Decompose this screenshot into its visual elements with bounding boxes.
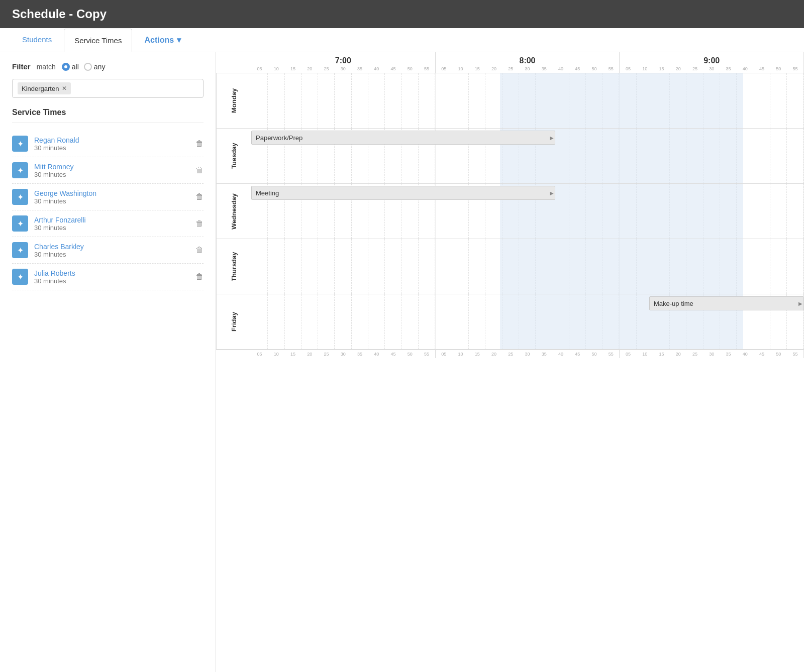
radio-any[interactable]: any bbox=[84, 63, 106, 71]
event-label: Meeting bbox=[256, 189, 279, 197]
delete-button[interactable]: 🗑 bbox=[195, 219, 204, 228]
day-timeline[interactable]: Meeting▶ bbox=[251, 184, 804, 239]
service-duration: 30 minutes bbox=[34, 197, 189, 205]
event-block[interactable]: Paperwork/Prep▶ bbox=[251, 131, 555, 145]
day-timeline[interactable] bbox=[251, 73, 804, 128]
tabs-bar: Students Service Times Actions ▾ bbox=[0, 28, 804, 52]
minute-tick: 35 bbox=[720, 66, 737, 73]
bottom-minute-tick: 10 bbox=[637, 350, 653, 358]
minute-tick: 40 bbox=[737, 66, 753, 73]
bottom-minute-tick: 55 bbox=[419, 350, 435, 358]
event-block[interactable]: Make-up time▶ bbox=[649, 296, 804, 310]
bottom-minute-tick: 35 bbox=[536, 350, 552, 358]
service-item: ✦ George Washington 30 minutes 🗑 bbox=[12, 184, 204, 210]
service-info: Arthur Fonzarelli 30 minutes bbox=[34, 216, 189, 232]
minute-tick: 45 bbox=[569, 66, 586, 73]
bottom-minute-tick: 10 bbox=[452, 350, 469, 358]
minute-tick: 10 bbox=[452, 66, 469, 73]
service-duration: 30 minutes bbox=[34, 171, 189, 178]
filter-tag-kindergarten: Kindergarten ✕ bbox=[18, 82, 71, 94]
minute-tick: 25 bbox=[686, 66, 703, 73]
drag-handle[interactable]: ✦ bbox=[12, 162, 28, 178]
service-duration: 30 minutes bbox=[34, 251, 189, 258]
bottom-minute-tick: 55 bbox=[602, 350, 619, 358]
bottom-minute-tick: 20 bbox=[670, 350, 686, 358]
day-row: TuesdayPaperwork/Prep▶ bbox=[216, 129, 804, 184]
resize-handle[interactable]: ▶ bbox=[550, 135, 554, 141]
drag-handle[interactable]: ✦ bbox=[12, 189, 28, 205]
service-name[interactable]: George Washington bbox=[34, 189, 189, 197]
minute-tick: 25 bbox=[318, 66, 335, 73]
delete-button[interactable]: 🗑 bbox=[195, 272, 204, 281]
delete-button[interactable]: 🗑 bbox=[195, 139, 204, 148]
day-timeline[interactable]: Paperwork/Prep▶ bbox=[251, 129, 804, 183]
service-name[interactable]: Julia Roberts bbox=[34, 269, 189, 277]
service-item: ✦ Charles Barkley 30 minutes 🗑 bbox=[12, 237, 204, 264]
bottom-ticks: 0510152025303540455055051015202530354045… bbox=[216, 350, 804, 358]
bottom-minute-tick: 50 bbox=[586, 350, 602, 358]
bottom-minute-tick: 25 bbox=[502, 350, 519, 358]
service-info: Mitt Romney 30 minutes bbox=[34, 163, 189, 178]
minute-tick: 20 bbox=[670, 66, 686, 73]
bottom-minute-tick: 05 bbox=[436, 350, 452, 358]
day-name: Tuesday bbox=[216, 129, 251, 183]
day-row: WednesdayMeeting▶ bbox=[216, 184, 804, 239]
resize-handle[interactable]: ▶ bbox=[550, 190, 554, 196]
minute-tick: 05 bbox=[620, 66, 636, 73]
bottom-minute-tick: 40 bbox=[552, 350, 569, 358]
bottom-minute-tick: 50 bbox=[401, 350, 418, 358]
delete-button[interactable]: 🗑 bbox=[195, 166, 204, 175]
minute-tick: 05 bbox=[251, 66, 268, 73]
bottom-minute-tick: 45 bbox=[569, 350, 586, 358]
bottom-minute-tick: 20 bbox=[485, 350, 502, 358]
filter-tag-container[interactable]: Kindergarten ✕ bbox=[12, 79, 204, 98]
delete-button[interactable]: 🗑 bbox=[195, 192, 204, 201]
service-name[interactable]: Regan Ronald bbox=[34, 136, 189, 144]
delete-button[interactable]: 🗑 bbox=[195, 246, 204, 255]
service-name[interactable]: Charles Barkley bbox=[34, 243, 189, 251]
drag-handle[interactable]: ✦ bbox=[12, 215, 28, 232]
remove-tag-icon[interactable]: ✕ bbox=[62, 85, 67, 92]
event-label: Make-up time bbox=[654, 300, 693, 307]
day-timeline[interactable] bbox=[251, 239, 804, 294]
tab-service-times[interactable]: Service Times bbox=[64, 29, 132, 52]
drag-handle[interactable]: ✦ bbox=[12, 136, 28, 152]
bottom-minute-tick: 55 bbox=[787, 350, 803, 358]
radio-all[interactable]: all bbox=[62, 63, 79, 71]
calendar-area[interactable]: 7:008:009:00 051015202530354045505505101… bbox=[216, 52, 804, 672]
bottom-minute-tick: 30 bbox=[335, 350, 351, 358]
header: Schedule - Copy bbox=[0, 0, 804, 28]
bottom-minute-tick: 15 bbox=[469, 350, 485, 358]
day-rows: MondayTuesdayPaperwork/Prep▶WednesdayMee… bbox=[216, 73, 804, 350]
minute-tick: 45 bbox=[385, 66, 401, 73]
resize-handle[interactable]: ▶ bbox=[798, 301, 802, 306]
bottom-minute-tick: 25 bbox=[318, 350, 335, 358]
minute-tick: 20 bbox=[485, 66, 502, 73]
hour-label: 7:00 bbox=[251, 52, 436, 66]
bottom-minute-tick: 50 bbox=[770, 350, 787, 358]
service-name[interactable]: Arthur Fonzarelli bbox=[34, 216, 189, 224]
sidebar: Filter match all any Kindergarten ✕ Serv… bbox=[0, 52, 216, 672]
bottom-minute-tick: 10 bbox=[268, 350, 284, 358]
day-name: Monday bbox=[216, 73, 251, 128]
bottom-minute-tick: 30 bbox=[519, 350, 536, 358]
drag-handle[interactable]: ✦ bbox=[12, 269, 28, 285]
minute-tick: 40 bbox=[552, 66, 569, 73]
service-times-section-title: Service Times bbox=[12, 108, 204, 123]
service-name[interactable]: Mitt Romney bbox=[34, 163, 189, 171]
minute-tick: 15 bbox=[653, 66, 670, 73]
hour-label: 8:00 bbox=[436, 52, 620, 66]
bottom-minute-tick: 05 bbox=[251, 350, 268, 358]
event-block[interactable]: Meeting▶ bbox=[251, 186, 555, 200]
drag-handle[interactable]: ✦ bbox=[12, 242, 28, 258]
minute-tick: 30 bbox=[519, 66, 536, 73]
actions-button[interactable]: Actions ▾ bbox=[144, 28, 181, 52]
minute-tick: 20 bbox=[301, 66, 318, 73]
minute-tick: 15 bbox=[469, 66, 485, 73]
tab-students[interactable]: Students bbox=[12, 28, 62, 52]
day-name: Thursday bbox=[216, 239, 251, 294]
time-header: 7:008:009:00 051015202530354045505505101… bbox=[216, 52, 804, 73]
service-duration: 30 minutes bbox=[34, 144, 189, 152]
day-timeline[interactable]: Make-up time▶ bbox=[251, 294, 804, 349]
minute-tick: 30 bbox=[703, 66, 720, 73]
